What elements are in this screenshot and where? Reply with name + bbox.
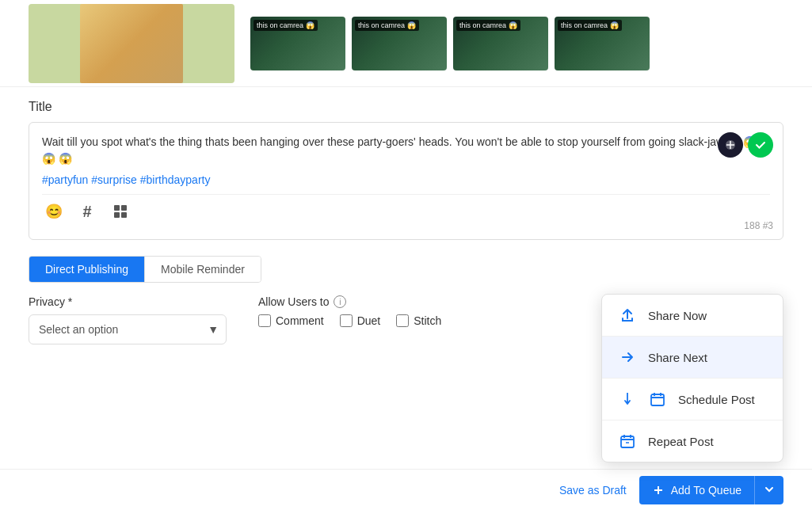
pin-icon — [618, 390, 637, 409]
allow-users-section: Allow Users to i Comment Duet Stitch — [258, 295, 441, 327]
allow-users-label: Allow Users to — [258, 295, 329, 308]
svg-rect-7 — [651, 394, 664, 405]
dropdown-share-now[interactable]: Share Now — [602, 295, 783, 336]
svg-rect-3 — [114, 212, 120, 218]
dropdown-share-next[interactable]: Share Next — [602, 337, 783, 378]
thumbnail-3[interactable]: this on camrea 😱 — [453, 17, 548, 70]
bottom-bar: Save as Draft Add To Queue — [0, 469, 812, 510]
thumbnail-4-label: this on camrea 😱 — [558, 20, 622, 31]
calendar-icon — [648, 390, 667, 409]
duet-checkbox-item[interactable]: Duet — [340, 314, 381, 327]
comment-checkbox-item[interactable]: Comment — [258, 314, 324, 327]
add-to-queue-button[interactable]: Add To Queue — [639, 476, 754, 504]
post-text-content: Wait till you spot what's the thing that… — [42, 134, 770, 167]
char-count: 188 #3 — [744, 220, 773, 231]
repeat-post-label: Repeat Post — [648, 435, 714, 448]
share-next-icon — [618, 348, 637, 367]
privacy-label: Privacy * — [29, 295, 227, 308]
content-area: Title Wait till you spot what's the thin… — [0, 87, 812, 253]
text-editor[interactable]: Wait till you spot what's the thing that… — [29, 122, 783, 240]
stitch-label: Stitch — [414, 314, 441, 327]
thumbnail-strip: this on camrea 😱 this on camrea 😱 this o… — [250, 17, 650, 70]
queue-btn-group: Add To Queue — [639, 476, 783, 504]
ai-icon-green[interactable] — [748, 132, 773, 158]
stitch-checkbox-item[interactable]: Stitch — [396, 314, 441, 327]
dropdown-repeat-post[interactable]: Repeat Post — [602, 421, 783, 462]
toolbar: 😊 # — [42, 194, 770, 228]
emoji-button[interactable]: 😊 — [42, 200, 66, 223]
ai-icon-dark[interactable] — [718, 132, 743, 158]
main-image-inner — [80, 4, 183, 83]
thumbnail-2-label: this on camrea 😱 — [355, 20, 419, 31]
share-next-label: Share Next — [648, 351, 707, 364]
thumbnail-3-label: this on camrea 😱 — [456, 20, 520, 31]
main-image — [29, 4, 234, 83]
hashtags: #partyfun #surprise #birthdayparty — [42, 173, 770, 186]
privacy-select[interactable]: Select an option — [29, 314, 227, 344]
main-container: this on camrea 😱 this on camrea 😱 this o… — [0, 0, 812, 510]
info-icon: i — [334, 295, 346, 308]
dropdown-menu: Share Now Share Next — [601, 294, 783, 462]
thumbnail-4[interactable]: this on camrea 😱 — [555, 17, 650, 70]
thumbnail-2[interactable]: this on camrea 😱 — [352, 17, 447, 70]
share-now-label: Share Now — [648, 309, 707, 322]
svg-rect-11 — [621, 436, 634, 447]
schedule-post-label: Schedule Post — [678, 393, 755, 406]
svg-rect-4 — [121, 212, 127, 218]
image-strip: this on camrea 😱 this on camrea 😱 this o… — [0, 0, 812, 87]
expand-dropdown-button[interactable] — [754, 476, 783, 504]
tab-group: Direct Publishing Mobile Reminder — [29, 256, 261, 283]
title-label: Title — [29, 100, 783, 114]
svg-rect-2 — [121, 205, 127, 211]
checkbox-row: Comment Duet Stitch — [258, 314, 441, 327]
allow-label-row: Allow Users to i — [258, 295, 441, 308]
save-draft-button[interactable]: Save as Draft — [559, 484, 627, 497]
share-now-icon — [618, 306, 637, 325]
duet-checkbox[interactable] — [340, 314, 353, 327]
thumbnail-1[interactable]: this on camrea 😱 — [250, 17, 345, 70]
svg-rect-1 — [114, 205, 120, 211]
tab-direct-publishing[interactable]: Direct Publishing — [29, 257, 144, 282]
hashtag-button[interactable]: # — [75, 200, 99, 223]
thumbnail-1-label: this on camrea 😱 — [254, 20, 318, 31]
repeat-icon — [618, 432, 637, 451]
template-button[interactable] — [109, 200, 132, 223]
privacy-select-wrapper: Select an option ▼ — [29, 314, 227, 344]
duet-label: Duet — [357, 314, 381, 327]
publishing-section: Direct Publishing Mobile Reminder — [0, 256, 812, 283]
stitch-checkbox[interactable] — [396, 314, 409, 327]
ai-icons-group — [718, 132, 773, 158]
dropdown-schedule-post[interactable]: Schedule Post — [602, 379, 783, 420]
privacy-group: Privacy * Select an option ▼ — [29, 295, 227, 344]
comment-label: Comment — [276, 314, 324, 327]
add-to-queue-label: Add To Queue — [671, 484, 741, 497]
tab-mobile-reminder[interactable]: Mobile Reminder — [144, 257, 261, 282]
comment-checkbox[interactable] — [258, 314, 271, 327]
